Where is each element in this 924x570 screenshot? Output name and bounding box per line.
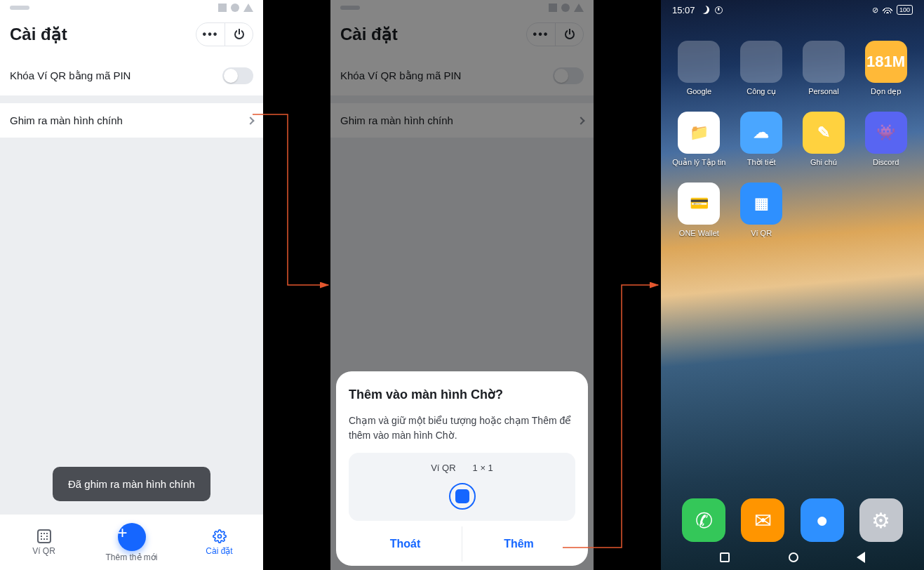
folder-icon bbox=[740, 41, 782, 83]
tab-wallet[interactable]: Ví QR bbox=[0, 515, 88, 570]
dock-app-phone[interactable]: ✆ bbox=[682, 498, 725, 542]
dialog-title: Thêm vào màn hình Chờ? bbox=[349, 387, 575, 402]
app-label: Dọn dẹp bbox=[871, 87, 901, 96]
add-widget-dialog: Thêm vào màn hình Chờ? Chạm và giữ một b… bbox=[336, 371, 588, 566]
battery-indicator: 100 bbox=[897, 5, 913, 15]
app-label: Personal bbox=[808, 87, 838, 95]
tab-label: Ví QR bbox=[32, 546, 55, 556]
dialog-actions: Thoát Thêm bbox=[349, 526, 575, 562]
more-icon: ••• bbox=[203, 28, 219, 41]
app-quản-lý-tập-tin[interactable]: 📁Quản lý Tập tin bbox=[671, 112, 727, 167]
dock: ✆✉●⚙ bbox=[661, 498, 924, 542]
home-button[interactable] bbox=[789, 552, 798, 562]
back-button[interactable] bbox=[857, 552, 865, 563]
app-ví-qr[interactable]: ▦Ví QR bbox=[733, 183, 789, 237]
row-lock-pin[interactable]: Khóa Ví QR bằng mã PIN bbox=[0, 56, 263, 95]
app-icon: ▦ bbox=[740, 183, 782, 225]
app-ghi-chú[interactable]: ✎Ghi chú bbox=[796, 112, 852, 167]
app-label: Quản lý Tập tin bbox=[672, 158, 725, 167]
tab-bar: Ví QR + Thêm thẻ mới Cài đặt bbox=[0, 514, 263, 570]
dock-app-browser[interactable]: ● bbox=[801, 498, 844, 542]
app-google[interactable]: Google bbox=[671, 41, 727, 96]
app-icon: 💳 bbox=[678, 183, 720, 225]
row-label: Ghim ra màn hình chính bbox=[10, 114, 123, 126]
app-label: Ghi chú bbox=[810, 158, 837, 166]
confirm-button[interactable]: Thêm bbox=[462, 526, 575, 562]
app-icon: ☁ bbox=[740, 112, 782, 154]
tab-label: Cài đặt bbox=[206, 546, 232, 556]
recents-button[interactable] bbox=[720, 552, 730, 562]
app-icon: 👾 bbox=[865, 112, 907, 154]
app-one-wallet[interactable]: 💳ONE Wallet bbox=[671, 183, 727, 237]
app-dọn-dẹp[interactable]: 181MDọn dẹp bbox=[858, 41, 914, 96]
chevron-right-icon bbox=[246, 117, 254, 124]
dock-app-messages[interactable]: ✉ bbox=[741, 498, 784, 542]
gear-icon bbox=[213, 529, 227, 543]
toast-text: Đã ghim ra màn hình chính bbox=[68, 478, 195, 490]
app-thời-tiết[interactable]: ☁Thời tiết bbox=[733, 112, 789, 167]
status-bar bbox=[0, 0, 263, 15]
alarm-icon bbox=[715, 6, 723, 14]
widget-icon bbox=[449, 483, 476, 510]
app-label: Thời tiết bbox=[747, 158, 776, 167]
row-pin-home[interactable]: Ghim ra màn hình chính bbox=[0, 102, 263, 138]
page-title: Cài đặt bbox=[10, 25, 67, 44]
widget-name: Ví QR bbox=[431, 463, 455, 473]
svg-point-0 bbox=[217, 534, 221, 538]
app-discord[interactable]: 👾Discord bbox=[858, 112, 914, 167]
power-button[interactable] bbox=[225, 23, 253, 46]
app-label: Ví QR bbox=[751, 229, 772, 237]
tab-add-card[interactable]: + Thêm thẻ mới bbox=[88, 515, 175, 570]
qr-icon bbox=[37, 529, 51, 543]
status-bar: 15:07 ⊘ 100 bbox=[661, 0, 924, 20]
toggle-off[interactable] bbox=[222, 67, 253, 84]
tab-label: Thêm thẻ mới bbox=[105, 552, 157, 562]
app-công-cụ[interactable]: Công cụ bbox=[733, 41, 789, 96]
dock-app-settings[interactable]: ⚙ bbox=[859, 498, 903, 542]
more-button[interactable]: ••• bbox=[196, 23, 225, 46]
wifi-icon bbox=[883, 6, 892, 13]
folder-icon bbox=[803, 41, 845, 83]
no-sim-icon: ⊘ bbox=[872, 6, 878, 15]
clock: 15:07 bbox=[672, 5, 695, 15]
row-label: Khóa Ví QR bằng mã PIN bbox=[10, 69, 130, 82]
plus-icon: + bbox=[118, 523, 146, 551]
tab-settings[interactable]: Cài đặt bbox=[175, 515, 263, 570]
app-label: Discord bbox=[873, 158, 899, 166]
nav-bar bbox=[661, 545, 924, 570]
header: Cài đặt ••• bbox=[0, 15, 263, 56]
widget-size: 1 × 1 bbox=[473, 463, 493, 473]
dnd-icon bbox=[701, 6, 709, 14]
folder-icon bbox=[678, 41, 720, 83]
app-grid: GoogleCông cụPersonal181MDọn dẹp📁Quản lý… bbox=[661, 41, 924, 237]
app-label: ONE Wallet bbox=[679, 229, 719, 237]
app-label: Công cụ bbox=[746, 87, 776, 96]
app-icon: 181M bbox=[865, 41, 907, 83]
app-icon: 📁 bbox=[678, 112, 720, 154]
header-actions: ••• bbox=[196, 22, 253, 46]
phone-screen-2: Cài đặt ••• Khóa Ví QR bằng mã PIN Ghim … bbox=[330, 0, 594, 570]
cancel-button[interactable]: Thoát bbox=[349, 526, 462, 562]
app-icon: ✎ bbox=[803, 112, 845, 154]
power-icon bbox=[234, 29, 244, 39]
phone-screen-1: Cài đặt ••• Khóa Ví QR bằng mã PIN Ghim … bbox=[0, 0, 263, 570]
widget-preview[interactable]: Ví QR 1 × 1 bbox=[349, 453, 575, 521]
app-personal[interactable]: Personal bbox=[796, 41, 852, 96]
app-label: Google bbox=[687, 87, 711, 95]
phone-screen-3-home: 15:07 ⊘ 100 GoogleCông cụPersonal181MDọn… bbox=[661, 0, 924, 570]
toast: Đã ghim ra màn hình chính bbox=[0, 467, 263, 501]
dialog-body: Chạm và giữ một biểu tượng hoặc chạm Thê… bbox=[349, 413, 575, 443]
